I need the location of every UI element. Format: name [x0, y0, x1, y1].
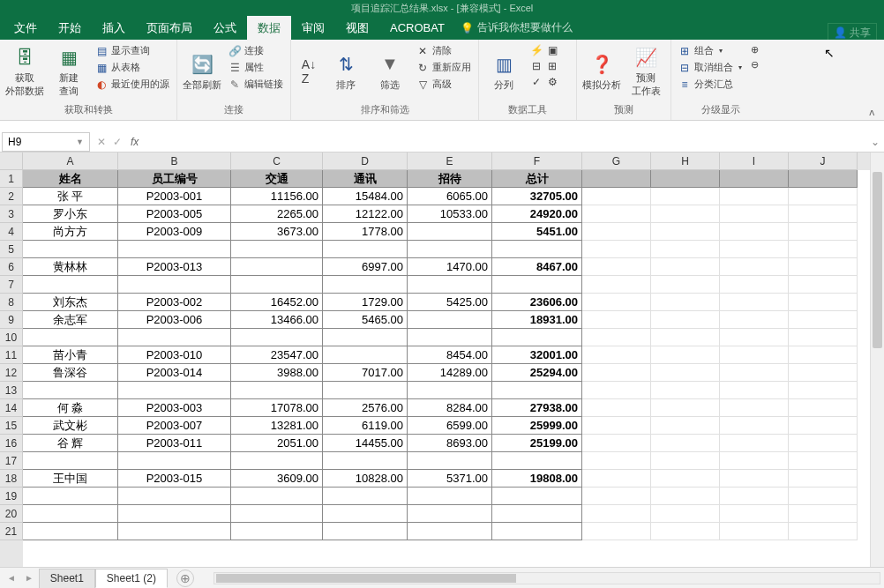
- cell[interactable]: [789, 241, 858, 258]
- cell[interactable]: [720, 241, 789, 258]
- cell[interactable]: [408, 311, 492, 329]
- cell[interactable]: [651, 364, 720, 382]
- cell[interactable]: P2003-009: [118, 223, 231, 241]
- cell[interactable]: [720, 294, 789, 311]
- cell[interactable]: 27938.00: [492, 399, 582, 417]
- tab-文件[interactable]: 文件: [4, 16, 48, 41]
- cell[interactable]: 武文彬: [23, 417, 118, 435]
- tab-数据[interactable]: 数据: [247, 16, 291, 41]
- add-sheet-button[interactable]: ⊕: [176, 569, 194, 587]
- cell[interactable]: 1729.00: [323, 294, 408, 311]
- row-header[interactable]: 5: [0, 241, 23, 258]
- cell[interactable]: 16452.00: [231, 294, 323, 311]
- cell[interactable]: [720, 452, 789, 470]
- cell[interactable]: [720, 258, 789, 276]
- cell[interactable]: [323, 241, 408, 258]
- cell[interactable]: [582, 382, 651, 399]
- cell[interactable]: 5371.00: [408, 470, 492, 488]
- forecast-sheet-button[interactable]: 📈 预测 工作表: [626, 41, 665, 101]
- row-header[interactable]: 16: [0, 435, 23, 452]
- cell[interactable]: [323, 505, 408, 523]
- column-headers[interactable]: ABCDEFGHIJ: [23, 153, 870, 170]
- cell[interactable]: [789, 188, 858, 205]
- name-box[interactable]: H9 ▼: [2, 132, 90, 152]
- cell[interactable]: [720, 276, 789, 294]
- cell[interactable]: [582, 205, 651, 223]
- cell[interactable]: 鲁深谷: [23, 364, 118, 382]
- cell[interactable]: [651, 294, 720, 311]
- cell[interactable]: 3673.00: [231, 223, 323, 241]
- row-header[interactable]: 2: [0, 188, 23, 205]
- cell[interactable]: 员工编号: [118, 170, 231, 188]
- text-to-columns-button[interactable]: ▥ 分列: [484, 41, 523, 101]
- tab-ACROBAT[interactable]: ACROBAT: [379, 17, 455, 39]
- cell[interactable]: 3609.00: [231, 470, 323, 488]
- cell[interactable]: [582, 505, 651, 523]
- cell[interactable]: 23547.00: [231, 346, 323, 364]
- row-header[interactable]: 4: [0, 223, 23, 241]
- ungroup-button[interactable]: ⊟取消组合▾: [677, 60, 744, 75]
- cell[interactable]: [789, 399, 858, 417]
- column-header[interactable]: E: [408, 153, 492, 170]
- scrollbar-thumb[interactable]: [216, 574, 516, 583]
- row-header[interactable]: 6: [0, 258, 23, 276]
- cell[interactable]: [651, 258, 720, 276]
- cell[interactable]: [789, 364, 858, 382]
- cell[interactable]: [408, 488, 492, 505]
- clear-filter-button[interactable]: ✕清除: [415, 43, 473, 58]
- edit-links-button[interactable]: ✎编辑链接: [227, 77, 285, 92]
- cell[interactable]: [408, 241, 492, 258]
- cell[interactable]: [720, 311, 789, 329]
- cell[interactable]: P2003-014: [118, 364, 231, 382]
- remove-dup-button[interactable]: ⊟⊞: [528, 59, 571, 73]
- cell[interactable]: 招待: [408, 170, 492, 188]
- cell[interactable]: [323, 488, 408, 505]
- cell[interactable]: 12122.00: [323, 205, 408, 223]
- cell[interactable]: [651, 523, 720, 540]
- cell[interactable]: 3988.00: [231, 364, 323, 382]
- cell[interactable]: 8467.00: [492, 258, 582, 276]
- tab-公式[interactable]: 公式: [203, 16, 247, 41]
- cell[interactable]: [720, 470, 789, 488]
- cell[interactable]: 14455.00: [323, 435, 408, 452]
- cell[interactable]: 尚方方: [23, 223, 118, 241]
- cell[interactable]: 黄林林: [23, 258, 118, 276]
- cell[interactable]: [651, 382, 720, 399]
- row-header[interactable]: 13: [0, 382, 23, 399]
- cell[interactable]: 10533.00: [408, 205, 492, 223]
- row-header[interactable]: 18: [0, 470, 23, 488]
- cell[interactable]: [789, 294, 858, 311]
- cell[interactable]: [23, 505, 118, 523]
- cell[interactable]: [323, 346, 408, 364]
- cell[interactable]: 谷 辉: [23, 435, 118, 452]
- cell[interactable]: [492, 505, 582, 523]
- tab-开始[interactable]: 开始: [48, 16, 92, 41]
- row-header[interactable]: 17: [0, 452, 23, 470]
- cell[interactable]: 25999.00: [492, 417, 582, 435]
- cell[interactable]: [789, 523, 858, 540]
- cell[interactable]: [582, 470, 651, 488]
- cell[interactable]: 13466.00: [231, 311, 323, 329]
- row-header[interactable]: 8: [0, 294, 23, 311]
- cell[interactable]: P2003-010: [118, 346, 231, 364]
- subtotal-button[interactable]: ≡分类汇总: [677, 77, 744, 92]
- cell[interactable]: [23, 523, 118, 540]
- tab-nav-next[interactable]: ►: [21, 573, 37, 583]
- cell[interactable]: 19808.00: [492, 470, 582, 488]
- cell[interactable]: [651, 488, 720, 505]
- cell[interactable]: [231, 523, 323, 540]
- cell[interactable]: 25294.00: [492, 364, 582, 382]
- cell[interactable]: 余志军: [23, 311, 118, 329]
- cell[interactable]: [651, 276, 720, 294]
- cell[interactable]: P2003-001: [118, 188, 231, 205]
- cell[interactable]: [720, 505, 789, 523]
- column-header[interactable]: H: [651, 153, 720, 170]
- cell[interactable]: 6599.00: [408, 417, 492, 435]
- cell[interactable]: [789, 346, 858, 364]
- cell[interactable]: [23, 241, 118, 258]
- row-header[interactable]: 10: [0, 329, 23, 346]
- worksheet-grid[interactable]: ABCDEFGHIJ 12345678910111213141516171819…: [0, 153, 884, 567]
- cell[interactable]: 总计: [492, 170, 582, 188]
- row-header[interactable]: 7: [0, 276, 23, 294]
- sheet-tab[interactable]: Sheet1 (2): [95, 569, 168, 588]
